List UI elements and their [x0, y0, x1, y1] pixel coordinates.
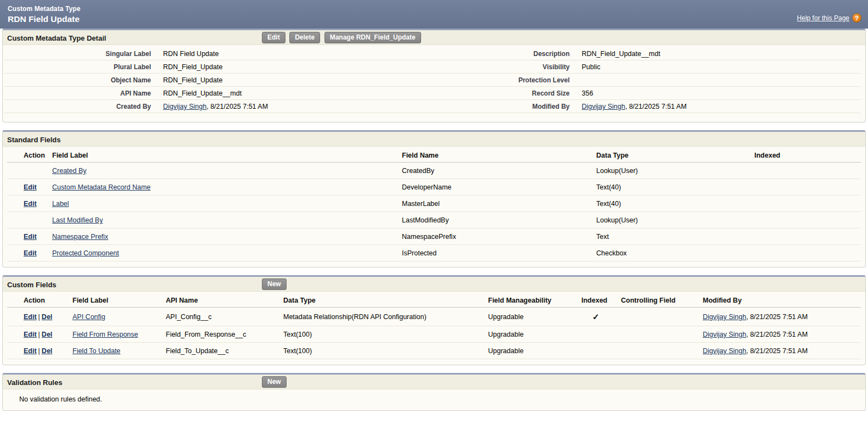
edit-action-link[interactable]: Edit: [24, 313, 37, 321]
del-action-link[interactable]: Del: [42, 347, 52, 355]
data-type-cell: Checkbox: [596, 245, 754, 261]
field-label-link[interactable]: API Config: [72, 313, 105, 321]
field-label: API Name: [4, 87, 162, 100]
del-action-link[interactable]: Del: [42, 313, 52, 321]
field-value: RDN_Field_Update: [162, 60, 443, 74]
field-label-link[interactable]: Field To Update: [72, 347, 120, 355]
api-name-cell: Field_From_Response__c: [166, 326, 283, 343]
section-title: Validation Rules: [7, 377, 62, 387]
indexed-cell: [754, 245, 861, 261]
field-value: RDN_Field_Update__mdt: [581, 47, 861, 60]
edit-action-link[interactable]: Edit: [24, 347, 37, 355]
modified-by-link[interactable]: Digvijay Singh: [703, 313, 746, 321]
data-type-cell: Lookup(User): [596, 163, 754, 179]
custom-fields-section: Custom Fields New Action Field Label API…: [2, 275, 866, 365]
help-icon[interactable]: ?: [852, 13, 861, 23]
data-type-cell: Text(40): [596, 196, 754, 212]
data-type-cell: Text(40): [596, 179, 754, 196]
field-value: RDN Field Update: [162, 47, 443, 60]
column-header-modified-by: Modified By: [703, 292, 861, 308]
table-row: Edit|Del API Config API_Config__c Metada…: [7, 308, 861, 326]
manageability-cell: Upgradable: [488, 343, 581, 359]
edit-action-link[interactable]: Edit: [24, 183, 37, 191]
indexed-cell: [754, 228, 861, 245]
data-type-cell: Text(100): [283, 326, 488, 343]
delete-button[interactable]: Delete: [289, 32, 320, 43]
column-header-indexed: Indexed: [581, 292, 621, 308]
edit-action-link[interactable]: Edit: [24, 331, 37, 338]
table-row: Created By CreatedBy Lookup(User): [7, 163, 861, 179]
indexed-cell: [581, 326, 621, 343]
field-label-link[interactable]: Protected Component: [52, 249, 119, 257]
field-label: Protection Level: [443, 74, 581, 87]
help-link[interactable]: Help for this Page: [797, 14, 849, 22]
controlling-field-cell: [621, 343, 703, 359]
indexed-cell: [581, 343, 621, 359]
field-name-cell: LastModifiedBy: [402, 212, 596, 228]
table-header-row: Action Field Label API Name Data Type Fi…: [7, 292, 861, 308]
manage-records-button[interactable]: Manage RDN_Field_Update: [324, 32, 421, 43]
field-label-link[interactable]: Field From Response: [72, 331, 138, 338]
del-action-link[interactable]: Del: [42, 331, 52, 338]
section-title: Standard Fields: [7, 135, 61, 144]
field-label-link[interactable]: Created By: [52, 167, 87, 175]
validation-rules-button-group: New: [262, 376, 289, 388]
new-custom-field-button[interactable]: New: [262, 278, 287, 290]
indexed-cell: ✓: [581, 308, 621, 326]
field-value: Digvijay Singh, 8/21/2025 7:51 AM: [581, 100, 861, 113]
new-validation-rule-button[interactable]: New: [262, 376, 287, 388]
column-header-action: Action: [7, 292, 72, 308]
detail-grid: Singular Label RDN Field Update Descript…: [3, 45, 865, 122]
column-header-manageability: Field Manageability: [488, 292, 581, 308]
field-name-cell: MasterLabel: [402, 196, 596, 212]
field-value: [581, 74, 861, 87]
action-cell: Edit|Del: [7, 326, 72, 343]
field-label-link[interactable]: Namespace Prefix: [52, 233, 108, 241]
column-header-api-name: API Name: [166, 292, 283, 308]
data-type-cell: Lookup(User): [596, 212, 754, 228]
table-row: Edit Namespace Prefix NamespacePrefix Te…: [7, 228, 861, 245]
detail-section-header: Custom Metadata Type Detail Edit Delete …: [3, 30, 865, 45]
field-label-link[interactable]: Custom Metadata Record Name: [52, 183, 150, 191]
modified-by-link[interactable]: Digvijay Singh: [703, 347, 746, 355]
column-header-field-label: Field Label: [52, 147, 402, 163]
standard-fields-table: Action Field Label Field Name Data Type …: [7, 147, 861, 261]
field-label-link[interactable]: Last Modified By: [52, 216, 103, 224]
field-value: 356: [581, 87, 861, 100]
action-separator: |: [38, 347, 40, 355]
page-title: RDN Field Update: [8, 14, 860, 24]
table-row: Edit Protected Component IsProtected Che…: [7, 245, 861, 261]
data-type-cell: Metadata Relationship(RDN API Configurat…: [283, 308, 488, 326]
table-header-row: Action Field Label Field Name Data Type …: [7, 147, 861, 163]
created-by-link[interactable]: Digvijay Singh: [163, 103, 206, 110]
action-cell: Edit: [7, 196, 52, 212]
modified-by-link[interactable]: Digvijay Singh: [582, 103, 625, 110]
field-value: RDN_Field_Update: [162, 74, 443, 87]
page-header: Custom Metadata Type RDN Field Update He…: [0, 0, 868, 29]
edit-action-link[interactable]: Edit: [24, 249, 37, 257]
api-name-cell: Field_To_Update__c: [166, 343, 283, 359]
edit-button[interactable]: Edit: [262, 32, 285, 43]
custom-fields-header: Custom Fields New: [3, 277, 865, 292]
edit-action-link[interactable]: Edit: [24, 200, 37, 208]
detail-button-group: Edit Delete Manage RDN_Field_Update: [262, 32, 423, 43]
modified-by-date: , 8/21/2025 7:51 AM: [625, 103, 687, 110]
field-label-link[interactable]: Label: [52, 200, 69, 208]
action-cell: Edit: [7, 245, 52, 261]
action-cell: Edit: [7, 179, 52, 196]
data-type-cell: Text: [596, 228, 754, 245]
table-row: Edit Custom Metadata Record Name Develop…: [7, 179, 861, 196]
standard-fields-header: Standard Fields: [3, 132, 865, 147]
edit-action-link[interactable]: Edit: [24, 233, 37, 241]
standard-fields-table-wrap: Action Field Label Field Name Data Type …: [3, 147, 865, 267]
modified-by-date: , 8/21/2025 7:51 AM: [746, 347, 808, 355]
manageability-cell: Upgradable: [488, 326, 581, 343]
field-label: Plural Label: [4, 60, 162, 74]
action-cell: Edit: [7, 228, 52, 245]
controlling-field-cell: [621, 308, 703, 326]
action-cell: [7, 163, 52, 179]
field-name-cell: NamespacePrefix: [402, 228, 596, 245]
modified-by-link[interactable]: Digvijay Singh: [703, 331, 746, 338]
controlling-field-cell: [621, 326, 703, 343]
field-value: Digvijay Singh, 8/21/2025 7:51 AM: [162, 100, 443, 113]
